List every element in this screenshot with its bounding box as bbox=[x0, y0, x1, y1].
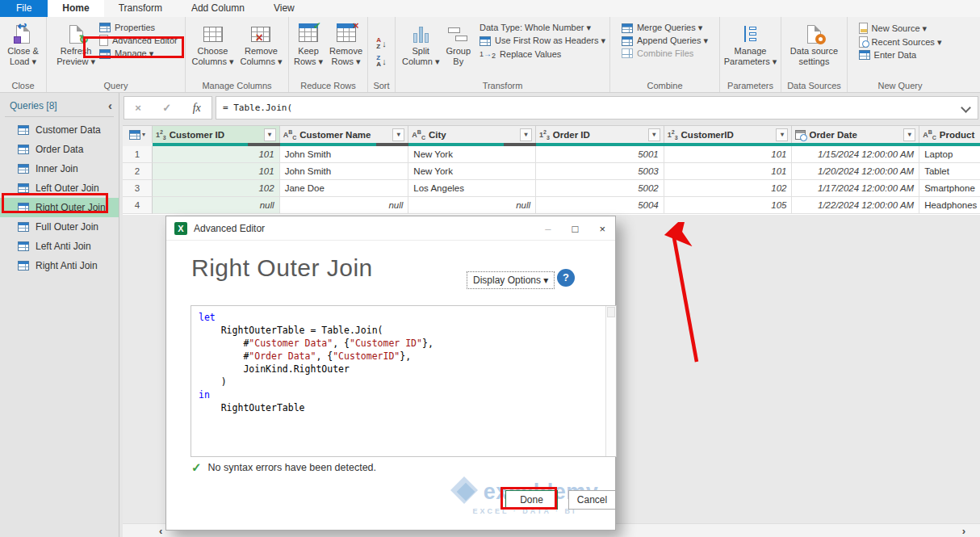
tab-add-column[interactable]: Add Column bbox=[177, 0, 259, 17]
sort-ascending-button[interactable]: AZ ↓ bbox=[376, 37, 386, 50]
tab-home[interactable]: Home bbox=[48, 0, 103, 17]
cell[interactable]: Laptop bbox=[919, 146, 980, 163]
choose-columns-button[interactable]: Choose Columns ▾ bbox=[190, 19, 237, 68]
cell[interactable]: 101 bbox=[153, 163, 280, 180]
cell[interactable]: John Smith bbox=[280, 163, 409, 180]
cell[interactable]: 1/15/2024 12:00:00 AM bbox=[792, 146, 919, 163]
keep-rows-button[interactable]: ✓ Keep Rows ▾ bbox=[291, 19, 325, 68]
code-vertical-scrollbar[interactable] bbox=[605, 306, 616, 456]
group-by-icon bbox=[447, 22, 470, 46]
enter-data-button[interactable]: Enter Data bbox=[859, 50, 942, 60]
cell[interactable]: Smartphone bbox=[919, 180, 980, 197]
new-source-button[interactable]: New Source ▾ bbox=[859, 23, 942, 34]
scroll-left-icon[interactable]: ‹ bbox=[159, 525, 162, 537]
cell[interactable]: 102 bbox=[153, 180, 280, 197]
query-item-inner-join[interactable]: Inner Join bbox=[0, 159, 119, 178]
cell[interactable]: 101 bbox=[664, 163, 793, 180]
close-icon[interactable]: × bbox=[599, 223, 605, 235]
scroll-right-icon[interactable]: › bbox=[962, 525, 965, 537]
cell[interactable]: 1/17/2024 12:00:00 AM bbox=[792, 180, 919, 197]
tab-transform[interactable]: Transform bbox=[104, 0, 177, 17]
collapse-pane-icon[interactable]: ‹ bbox=[108, 99, 112, 112]
done-button[interactable]: Done bbox=[505, 490, 558, 510]
row-number[interactable]: 4 bbox=[123, 197, 153, 214]
cell[interactable]: null bbox=[408, 197, 536, 214]
split-column-button[interactable]: Split Column ▾ bbox=[400, 19, 442, 68]
cell[interactable]: 102 bbox=[664, 180, 793, 197]
query-item-left-anti-join[interactable]: Left Anti Join bbox=[0, 237, 119, 256]
display-options-dropdown[interactable]: Display Options ▾ bbox=[467, 271, 555, 289]
cell[interactable]: 105 bbox=[664, 197, 793, 214]
use-first-row-as-headers-button[interactable]: Use First Row as Headers ▾ bbox=[480, 36, 605, 46]
append-queries-button[interactable]: Append Queries ▾ bbox=[622, 36, 708, 46]
cell[interactable]: 5001 bbox=[536, 146, 664, 163]
cancel-formula-icon[interactable]: × bbox=[135, 102, 141, 114]
cell[interactable]: 1/20/2024 12:00:00 AM bbox=[792, 163, 919, 180]
query-item-left-outer-join[interactable]: Left Outer Join bbox=[0, 178, 119, 198]
cell[interactable]: New York bbox=[408, 163, 536, 180]
cancel-button[interactable]: Cancel bbox=[568, 490, 616, 510]
column-header-city[interactable]: ABC City ▾ bbox=[408, 125, 536, 143]
cell[interactable]: 5003 bbox=[536, 163, 664, 180]
select-all-corner[interactable]: ▾ bbox=[123, 125, 153, 143]
cell[interactable]: null bbox=[280, 197, 409, 214]
manage-parameters-button[interactable]: Manage Parameters ▾ bbox=[722, 19, 779, 68]
cell[interactable]: Tablet bbox=[919, 163, 980, 180]
cell[interactable]: Headphones bbox=[919, 197, 980, 214]
cell[interactable]: John Smith bbox=[280, 146, 409, 163]
query-item-full-outer-join[interactable]: Full Outer Join bbox=[0, 217, 119, 237]
column-header-customer-name[interactable]: ABC Customer Name ▾ bbox=[280, 125, 409, 143]
refresh-preview-button[interactable]: ↻ Refresh Preview ▾ bbox=[54, 19, 98, 68]
filter-button[interactable]: ▾ bbox=[520, 128, 532, 141]
filter-button[interactable]: ▾ bbox=[648, 128, 660, 141]
cell[interactable]: 5004 bbox=[536, 197, 664, 214]
group-by-button[interactable]: Group By bbox=[443, 19, 473, 68]
close-and-load-button[interactable]: ↩ Close & Load ▾ bbox=[5, 19, 41, 68]
row-number[interactable]: 3 bbox=[123, 180, 153, 197]
sort-descending-button[interactable]: ZA ↓ bbox=[376, 55, 386, 68]
remove-rows-button[interactable]: × Remove Rows ▾ bbox=[327, 19, 365, 68]
manage-button[interactable]: Manage ▾ bbox=[99, 48, 178, 59]
cell[interactable]: 101 bbox=[664, 146, 793, 163]
data-type-button[interactable]: Data Type: Whole Number ▾ bbox=[480, 23, 605, 33]
maximize-icon[interactable]: □ bbox=[572, 223, 579, 235]
cell[interactable]: 1/22/2024 12:00:00 AM bbox=[792, 197, 919, 214]
expand-formula-bar-icon[interactable] bbox=[961, 103, 971, 113]
commit-formula-icon[interactable]: ✓ bbox=[162, 102, 171, 114]
minimize-icon[interactable]: – bbox=[545, 223, 551, 235]
query-item-customer-data[interactable]: Customer Data bbox=[0, 120, 119, 140]
data-source-settings-button[interactable]: Data source settings bbox=[788, 19, 840, 68]
filter-button[interactable]: ▾ bbox=[392, 128, 404, 141]
dialog-title-bar[interactable]: X Advanced Editor – □ × bbox=[166, 216, 615, 241]
cell[interactable]: Los Angeles bbox=[408, 180, 536, 197]
filter-button[interactable]: ▾ bbox=[903, 128, 915, 141]
query-item-right-anti-join[interactable]: Right Anti Join bbox=[0, 256, 119, 275]
column-header-order-date[interactable]: Order Date ▾ bbox=[792, 125, 919, 143]
row-number[interactable]: 2 bbox=[123, 163, 153, 180]
replace-values-button[interactable]: 1→2 Replace Values bbox=[480, 48, 605, 60]
cell[interactable]: 5002 bbox=[536, 180, 664, 197]
merge-queries-button[interactable]: Merge Queries ▾ bbox=[622, 23, 708, 33]
filter-button[interactable]: ▾ bbox=[264, 128, 276, 141]
column-header-customer-id[interactable]: 123 Customer ID ▾ bbox=[153, 125, 280, 143]
advanced-editor-button[interactable]: Advanced Editor bbox=[99, 35, 178, 46]
help-icon[interactable]: ? bbox=[557, 269, 575, 287]
query-item-right-outer-join[interactable]: Right Outer Join bbox=[0, 198, 119, 217]
column-header-customerid[interactable]: 123 CustomerID ▾ bbox=[664, 125, 793, 143]
properties-button[interactable]: Properties bbox=[99, 23, 178, 32]
cell[interactable]: 101 bbox=[153, 146, 280, 163]
cell[interactable]: null bbox=[153, 197, 280, 214]
recent-sources-button[interactable]: Recent Sources ▾ bbox=[859, 36, 942, 48]
tab-file[interactable]: File bbox=[0, 0, 48, 17]
row-number[interactable]: 1 bbox=[123, 146, 153, 163]
m-code-editor[interactable]: let RightOuterTable = Table.Join( #"Cust… bbox=[191, 305, 617, 457]
column-header-order-id[interactable]: 123 Order ID ▾ bbox=[536, 125, 664, 143]
tab-view[interactable]: View bbox=[259, 0, 309, 17]
column-header-product[interactable]: ABC Product bbox=[919, 125, 980, 143]
formula-input[interactable]: = Table.Join( bbox=[216, 96, 978, 120]
query-item-order-data[interactable]: Order Data bbox=[0, 140, 119, 159]
cell[interactable]: New York bbox=[408, 146, 536, 163]
remove-columns-button[interactable]: × Remove Columns ▾ bbox=[238, 19, 285, 68]
cell[interactable]: Jane Doe bbox=[280, 180, 409, 197]
filter-button[interactable]: ▾ bbox=[776, 128, 788, 141]
